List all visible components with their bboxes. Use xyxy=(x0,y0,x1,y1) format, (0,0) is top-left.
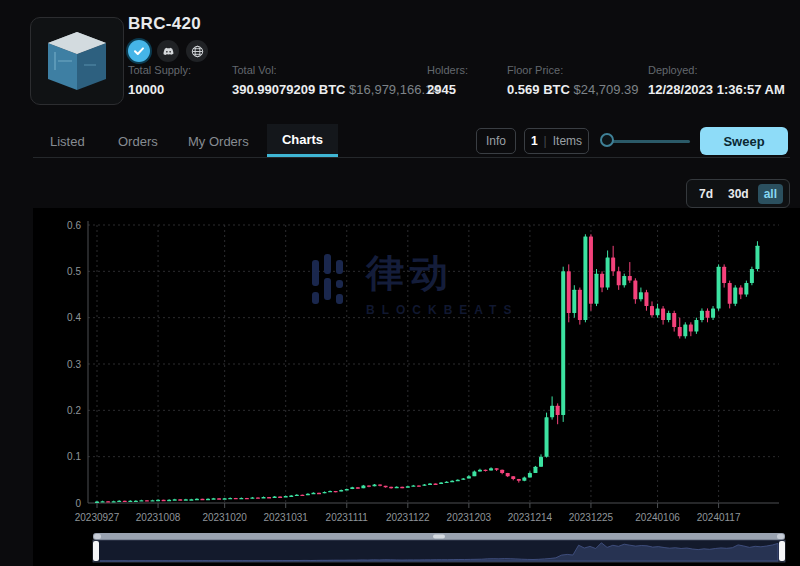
stat-deployed: Deployed: 12/28/2023 1:36:57 AM xyxy=(648,64,785,97)
candle-body xyxy=(206,499,210,500)
stat-value: 0.569 BTC $24,709.39 xyxy=(507,82,639,97)
stat-value: 12/28/2023 1:36:57 AM xyxy=(648,82,785,97)
candle-body xyxy=(484,470,488,471)
candle-body xyxy=(700,311,704,320)
y-axis-tick: 0.3 xyxy=(67,359,81,370)
candle-body xyxy=(633,281,637,300)
candle-body xyxy=(456,480,460,481)
candle-body xyxy=(434,484,438,485)
candle-body xyxy=(533,467,537,473)
tab-orders[interactable]: Orders xyxy=(118,134,158,149)
candle-body xyxy=(622,276,626,285)
x-axis-tick: 20231020 xyxy=(202,512,247,523)
candle-body xyxy=(295,495,299,496)
candle-body xyxy=(728,283,732,304)
x-axis-tick: 20231203 xyxy=(447,512,492,523)
candle-body xyxy=(262,497,266,498)
navigator-left-handle[interactable] xyxy=(93,541,99,561)
candle-body xyxy=(589,237,593,304)
candle-body xyxy=(289,496,293,497)
items-separator: | xyxy=(544,134,547,148)
candle-body xyxy=(400,487,404,488)
candle-body xyxy=(667,313,671,320)
candle-body xyxy=(600,274,604,288)
time-range-selector: 7d 30d all xyxy=(686,179,790,208)
y-axis-tick: 0.2 xyxy=(67,405,81,416)
candle-body xyxy=(350,487,354,489)
candle-body xyxy=(428,484,432,485)
y-axis-tick: 0.5 xyxy=(67,266,81,277)
candle-body xyxy=(228,498,232,499)
sweep-button[interactable]: Sweep xyxy=(700,127,788,155)
x-axis-tick: 20240117 xyxy=(697,512,741,523)
range-all[interactable]: all xyxy=(758,184,783,204)
price-chart-panel[interactable]: 律动 BLOCKBEATS 00.10.20.30.40.50.62023092… xyxy=(33,208,800,566)
range-30d[interactable]: 30d xyxy=(722,184,755,204)
candle-body xyxy=(739,288,743,295)
navigator-right-handle[interactable] xyxy=(779,541,785,561)
candle-body xyxy=(145,500,149,501)
y-axis-tick: 0.1 xyxy=(67,451,81,462)
candle-body xyxy=(117,501,121,502)
candle-body xyxy=(378,484,382,485)
candle-body xyxy=(223,498,227,499)
sweep-slider-track[interactable] xyxy=(606,140,690,143)
candle-body xyxy=(606,257,610,287)
candle-body xyxy=(583,237,587,320)
candle-body xyxy=(733,288,737,304)
collection-title: BRC-420 xyxy=(128,14,201,34)
candle-body xyxy=(178,499,182,500)
toolbar-divider xyxy=(33,157,790,158)
navigator-scrollbar-grip[interactable] xyxy=(433,535,445,539)
candle-body xyxy=(439,483,443,484)
x-axis-tick: 20231122 xyxy=(386,512,430,523)
tab-charts[interactable]: Charts xyxy=(267,124,338,157)
candle-body xyxy=(689,325,693,332)
stat-label: Floor Price: xyxy=(507,64,639,76)
items-count-box[interactable]: 1 | Items xyxy=(524,128,589,154)
social-icon-row xyxy=(128,40,208,62)
candle-body xyxy=(139,500,143,501)
sweep-slider-handle[interactable] xyxy=(600,133,614,147)
candle-body xyxy=(445,482,449,483)
candle-body xyxy=(522,478,526,481)
candle-body xyxy=(706,311,710,318)
tab-my-orders[interactable]: My Orders xyxy=(188,134,249,149)
candle-body xyxy=(539,457,543,467)
x-axis-tick: 20231031 xyxy=(263,512,308,523)
candle-body xyxy=(345,489,349,490)
x-axis-tick: 20240106 xyxy=(635,512,680,523)
cube-icon xyxy=(44,30,110,92)
candle-body xyxy=(123,501,127,502)
stat-floor-price: Floor Price: 0.569 BTC $24,709.39 xyxy=(507,64,639,97)
candle-body xyxy=(267,497,271,498)
candle-body xyxy=(367,485,371,486)
candle-body xyxy=(151,500,155,501)
x-axis-tick: 20231214 xyxy=(508,512,553,523)
candle-body xyxy=(256,497,260,498)
info-button[interactable]: Info xyxy=(476,128,516,154)
candle-body xyxy=(200,499,204,500)
candle-body xyxy=(239,498,243,499)
candle-body xyxy=(395,487,399,488)
candle-body xyxy=(683,325,687,337)
candlestick-chart[interactable]: 00.10.20.30.40.50.6202309272023100820231… xyxy=(33,208,800,566)
marketplace-page: BRC-420 Total Supply: 10000 Total Vol: 3… xyxy=(0,0,800,566)
candle-body xyxy=(323,492,327,493)
tab-listed[interactable]: Listed xyxy=(50,134,85,149)
candle-body xyxy=(495,468,499,469)
candle-body xyxy=(106,501,110,502)
x-axis-tick: 20231225 xyxy=(569,512,614,523)
candle-body xyxy=(500,470,504,473)
candle-body xyxy=(373,484,377,486)
stat-holders: Holders: 2945 xyxy=(427,64,468,97)
candle-body xyxy=(217,498,221,499)
stat-value: 10000 xyxy=(128,82,191,97)
range-7d[interactable]: 7d xyxy=(693,184,719,204)
website-icon[interactable] xyxy=(186,40,208,62)
candle-body xyxy=(506,473,510,476)
candle-body xyxy=(672,313,676,327)
sweep-slider[interactable] xyxy=(600,133,692,149)
candle-body xyxy=(450,481,454,482)
discord-icon[interactable] xyxy=(157,40,179,62)
